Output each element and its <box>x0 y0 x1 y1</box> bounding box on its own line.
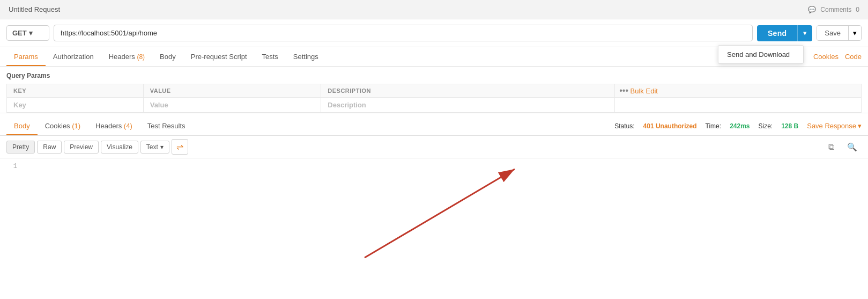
code-link[interactable]: Code <box>845 53 862 61</box>
time-value: 242ms <box>730 122 750 130</box>
size-value: 128 B <box>781 122 798 130</box>
response-status: Status: 401 Unauthorized Time: 242ms Siz… <box>614 122 862 130</box>
query-params-label: Query Params <box>6 72 862 84</box>
param-key-input[interactable]: Key <box>7 98 144 113</box>
bulk-edit-button[interactable]: Bulk Edit <box>630 87 658 95</box>
save-response-button[interactable]: Save Response ▾ <box>807 122 862 130</box>
copy-button[interactable]: ⧉ <box>824 140 839 154</box>
url-bar: GET ▾ Send ▾ Save ▾ Send and Download <box>0 19 868 47</box>
col-actions: ••• Bulk Edit <box>615 84 862 98</box>
annotation-arrow <box>0 158 868 271</box>
view-tab-visualize[interactable]: Visualize <box>101 141 138 154</box>
col-value: VALUE <box>143 84 321 98</box>
tab-headers[interactable]: Headers (8) <box>101 48 152 66</box>
view-tab-raw[interactable]: Raw <box>37 141 62 154</box>
send-download-menu: Send and Download <box>718 45 804 64</box>
size-label: Size: <box>759 122 773 130</box>
title-bar: Untitled Request 💬 Comments 0 <box>0 0 868 19</box>
tab-tests[interactable]: Tests <box>255 48 286 66</box>
view-tabs: Pretty Raw Preview Visualize Text ▾ ⇌ <box>6 139 188 155</box>
tab-authorization[interactable]: Authorization <box>46 48 101 66</box>
code-area: 1 <box>0 158 868 271</box>
cookies-link[interactable]: Cookies <box>813 53 839 61</box>
time-label: Time: <box>706 122 722 130</box>
tab-body[interactable]: Body <box>152 48 183 66</box>
view-right: ⧉ 🔍 <box>824 140 862 154</box>
save-button-group: Save ▾ <box>817 25 862 41</box>
response-tabs: Body Cookies (1) Headers (4) Test Result… <box>6 118 193 135</box>
response-tab-testresults[interactable]: Test Results <box>140 118 193 135</box>
tab-params[interactable]: Params <box>6 48 46 66</box>
request-tabs-left: Params Authorization Headers (8) Body Pr… <box>6 48 326 65</box>
save-response-chevron: ▾ <box>858 122 862 130</box>
send-download-item[interactable]: Send and Download <box>718 46 803 63</box>
view-tab-preview[interactable]: Preview <box>64 141 99 154</box>
params-table: KEY VALUE DESCRIPTION ••• Bulk Edit Key … <box>6 84 862 113</box>
response-tab-body[interactable]: Body <box>6 118 38 135</box>
method-chevron: ▾ <box>29 29 33 37</box>
comments-icon: 💬 <box>808 6 816 13</box>
param-row-actions <box>615 98 862 113</box>
tab-settings[interactable]: Settings <box>286 48 326 66</box>
params-table-wrap: KEY VALUE DESCRIPTION ••• Bulk Edit Key … <box>6 84 862 113</box>
params-row-empty: Key Value Description <box>7 98 862 113</box>
text-format-dropdown[interactable]: Text ▾ <box>140 141 169 154</box>
method-selector[interactable]: GET ▾ <box>6 25 49 41</box>
dots-button[interactable]: ••• <box>619 86 628 96</box>
send-button-group: Send ▾ <box>757 25 812 41</box>
text-format-chevron: ▾ <box>160 143 164 151</box>
send-button[interactable]: Send <box>757 25 797 41</box>
save-dropdown-button[interactable]: ▾ <box>848 26 861 40</box>
comments-area: 💬 Comments 0 <box>808 6 859 13</box>
response-tab-headers[interactable]: Headers (4) <box>88 118 140 135</box>
status-label: Status: <box>614 122 634 130</box>
response-tab-cookies[interactable]: Cookies (1) <box>38 118 88 135</box>
view-tab-pretty[interactable]: Pretty <box>6 141 35 154</box>
svg-line-1 <box>365 169 515 258</box>
request-tabs-right: Cookies Code <box>813 53 862 61</box>
view-tabs-bar: Pretty Raw Preview Visualize Text ▾ ⇌ ⧉ … <box>0 136 868 158</box>
search-button[interactable]: 🔍 <box>843 140 862 154</box>
comments-count: 0 <box>856 6 859 13</box>
status-value: 401 Unauthorized <box>643 122 697 130</box>
code-line-1: 1 <box>0 163 868 170</box>
col-description: DESCRIPTION <box>321 84 615 98</box>
line-number-1: 1 <box>2 163 24 170</box>
comments-label: Comments <box>820 6 851 13</box>
request-title: Untitled Request <box>9 5 60 13</box>
wrap-button[interactable]: ⇌ <box>172 139 188 155</box>
url-input[interactable] <box>54 25 753 41</box>
params-header: KEY VALUE DESCRIPTION ••• Bulk Edit <box>7 84 862 98</box>
param-desc-input[interactable]: Description <box>321 98 615 113</box>
headers-badge: (8) <box>137 53 145 61</box>
tab-prerequest[interactable]: Pre-request Script <box>183 48 255 66</box>
col-key: KEY <box>7 84 144 98</box>
method-label: GET <box>12 29 27 37</box>
param-value-input[interactable]: Value <box>143 98 321 113</box>
text-format-label: Text <box>146 143 158 151</box>
save-button[interactable]: Save <box>817 26 848 40</box>
response-tabs-bar: Body Cookies (1) Headers (4) Test Result… <box>0 116 868 136</box>
send-dropdown-button[interactable]: ▾ <box>797 25 812 41</box>
query-params-section: Query Params KEY VALUE DESCRIPTION ••• B… <box>0 67 868 113</box>
